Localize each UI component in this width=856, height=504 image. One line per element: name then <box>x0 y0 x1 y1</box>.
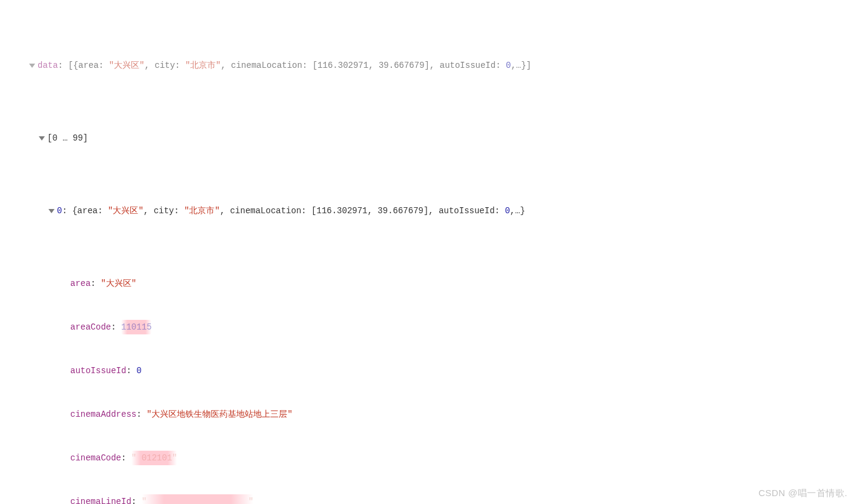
tree-row-item-0[interactable]: 0: {area: "大兴区" , city: "北京市" , cinemaLo… <box>0 204 856 218</box>
chevron-down-icon[interactable] <box>48 209 55 213</box>
range-label: [0 … 99] <box>47 131 88 145</box>
prop-cinemaCode[interactable]: cinemaCode: " 012101" <box>0 451 856 465</box>
prop-autoIssueId[interactable]: autoIssueId: 0 <box>0 363 856 378</box>
prop-cinemaAddress[interactable]: cinemaAddress: "大兴区地铁生物医药基地站地上三层" <box>0 407 856 422</box>
chevron-down-icon[interactable] <box>39 136 45 141</box>
tree-row-range[interactable]: [0 … 99] <box>0 131 856 145</box>
redacted-value: " 012101" <box>131 451 178 465</box>
prop-cinemaLineId[interactable]: cinemaLineId: " " <box>0 494 856 504</box>
key-data: data <box>38 58 58 73</box>
redacted-value: " " <box>142 494 254 504</box>
index-0: 0 <box>57 204 62 218</box>
watermark: CSDN @唱一首情歌. <box>758 486 848 500</box>
prop-areaCode[interactable]: areaCode: 110115 <box>0 320 856 334</box>
prop-area[interactable]: area: "大兴区" <box>0 276 856 291</box>
tree-row-data[interactable]: data: [{area: "大兴区" , city: "北京市" , cine… <box>0 58 856 73</box>
chevron-down-icon[interactable] <box>29 64 35 68</box>
redacted-value: 110115 <box>121 320 151 334</box>
